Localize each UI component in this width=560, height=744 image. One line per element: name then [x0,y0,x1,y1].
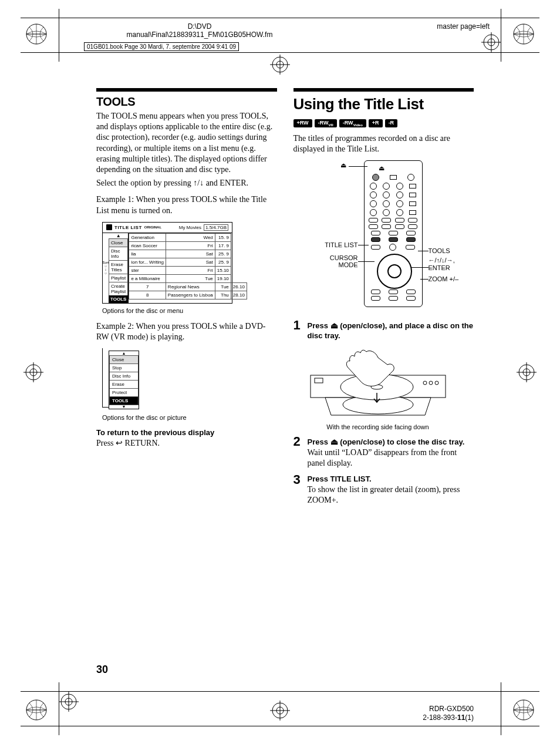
header-path-2: manual\Final\218839311_FM\01GB05HOW.fm [106,31,294,39]
globe-icon [26,699,47,721]
label-title-list: TITLE LIST [311,241,358,248]
title-list-ui-example: TITLE LIST ORIGINAL My Movies 1.5/4.7GB … [102,222,232,304]
table-row: sterFri15.10 [129,266,247,274]
remote-diagram: ⏏ ⏏ TITLE LIS [305,160,481,313]
registration-mark [23,362,43,382]
table-row: 8Passengers to LisboaThu28.10 [129,291,247,299]
menu-item: Stop [109,363,139,372]
table-row: ion for... WritingSat25. 9 [129,258,247,266]
disc-icon [106,224,112,230]
tools-description: The TOOLS menu appears when you press TO… [96,111,277,175]
menu-item: Erase Titles [109,260,128,274]
step-2: Press ⏏ (open/close) to close the disc t… [294,436,474,469]
globe-icon [26,23,47,45]
return-heading: To return to the previous display [96,428,277,437]
registration-mark [59,692,79,712]
ui-title: TITLE LIST [114,225,142,230]
table-row: e a MillionaireTue19.10 [129,274,247,282]
label-cursor-mode: CURSORMODE [319,254,358,268]
menu-item: Disc Info [109,247,128,261]
disc-type-tags: +RW -RWVR -RWVideo +R -R [294,119,474,127]
step-1: Press ⏏ (open/close), and place a disc o… [294,320,474,430]
return-instruction: Press ↩ RETURN. [96,438,277,449]
tag-minus-rw-vr: -RWVR [315,119,337,127]
column-title-list: Using the Title List +RW -RWVR -RWVideo … [294,88,474,511]
section-heading-tools: TOOLS [96,95,277,109]
page-number: 30 [96,664,108,676]
tools-select-line: Select the option by pressing ↑/↓ and EN… [96,177,277,188]
tag-plus-rw: +RW [294,119,312,127]
ui-disc-name: My Movies [179,225,201,230]
ui-sort-label: Sort○↕○ [103,233,109,303]
tag-minus-r: -R [385,119,398,127]
eject-icon: ⏏ [330,321,338,330]
step-1-caption: With the recording side facing down [308,423,448,430]
table-row: rican SoccerFri17. 9 [129,241,247,250]
registration-mark [270,55,290,75]
footer-model: RDR-GXD500 [423,705,474,714]
footer-revision: 2-188-393-11(1) [423,713,474,723]
menu-item: Playlist [109,274,128,282]
example2-caption: Options for the disc or picture [102,414,277,421]
header-book-info: 01GB01.book Page 30 Mardi, 7. septembre … [84,42,239,51]
ui-original-label: ORIGINAL [144,225,161,229]
globe-icon [513,23,534,45]
return-icon: ↩ [116,439,123,447]
tools-menu-example-2: ▲ Close Stop Disc Info Erase Protect TOO… [109,351,139,409]
label-tools: TOOLS [429,247,450,254]
menu-item: Create Playlist [109,282,128,296]
label-eject: ⏏ [340,161,346,169]
tag-minus-rw-video: -RWVideo [339,119,366,127]
eject-icon: ⏏ [330,437,338,446]
tools-example-1-text: Example 1: When you press TOOLS while th… [96,194,277,216]
example1-caption: Options for the disc or menu [102,307,277,314]
title-list-intro: The titles of programmes recorded on a d… [294,133,474,154]
menu-item: Disc Info [109,372,139,381]
menu-item: Close [109,238,128,247]
menu-item: Erase [109,380,139,389]
header-masterpage: master page=left [437,22,490,31]
table-row: GenerationWed15. 9 [129,233,247,241]
menu-footer: TOOLS [109,396,139,405]
tools-example-2-text: Example 2: When you press TOOLS while a … [96,321,277,342]
globe-icon [513,699,534,721]
registration-mark [517,362,537,382]
menu-item: Protect [109,388,139,397]
menu-footer: TOOLS [109,295,128,303]
label-zoom: ZOOM +/– [429,275,459,282]
header-path-1: D:\DVD [106,22,294,31]
disc-insert-illustration [308,346,448,422]
title-list-table: GenerationWed15. 9 rican SoccerFri17. 9 … [129,233,247,299]
ui-capacity: 1.5/4.7GB [204,224,228,231]
column-tools: TOOLS The TOOLS menu appears when you pr… [96,88,277,511]
step-3: Press TITLE LIST. To show the list in gr… [294,474,474,506]
tag-plus-r: +R [369,119,383,127]
section-heading-title-list: Using the Title List [294,95,474,113]
table-row: liaSat25. 9 [129,250,247,258]
table-row: 7Regional NewsTue26.10 [129,282,247,291]
registration-mark [270,701,290,721]
menu-item: Close [109,355,139,364]
label-arrows-enter: ←/↑/↓/→,ENTER [429,257,455,272]
